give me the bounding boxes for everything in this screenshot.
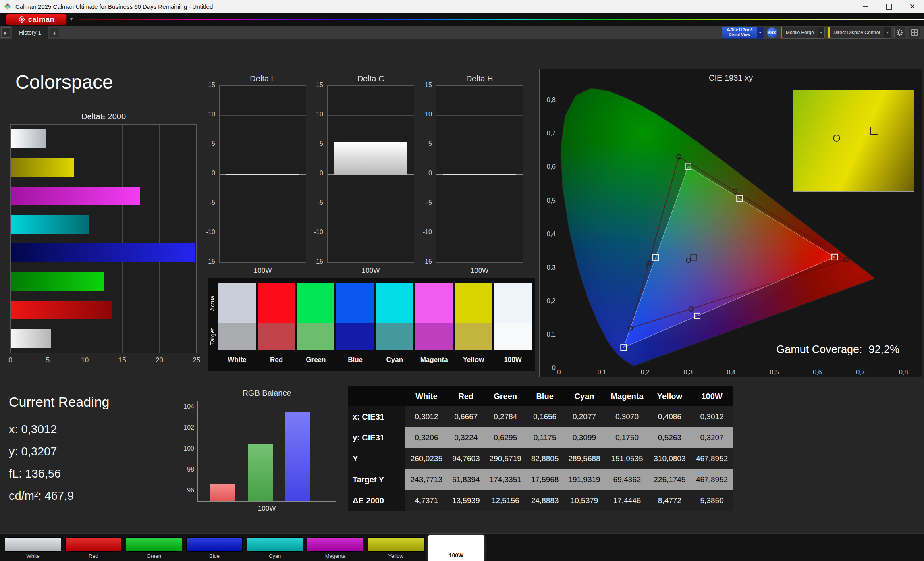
table-cell: 4,7371 (405, 490, 448, 511)
source-label: Mobile Forge (782, 30, 818, 35)
close-button[interactable]: × (901, 0, 924, 13)
pattern-button-green[interactable]: Green (126, 537, 182, 559)
axis-tick-label: 0,8 (547, 96, 556, 103)
rgb-balance-y-axis: 1041021009896 (171, 401, 194, 501)
delta-h-chart (436, 85, 523, 263)
deltae-bar-red (11, 301, 112, 319)
cie-zoom-inset (793, 90, 914, 192)
rgb-bar-red (210, 484, 235, 501)
axis-tick-label: -5 (307, 199, 323, 206)
logo-menu-caret-icon[interactable]: ▾ (70, 16, 73, 22)
deltae-bar-blue (11, 243, 195, 262)
triangle-right-icon: ▶ (4, 31, 7, 35)
gridline (328, 115, 414, 116)
table-cell: 13,5939 (448, 490, 484, 511)
table-cell: 0,3099 (563, 427, 606, 448)
actual-swatch-yellow (455, 283, 492, 323)
swatch-column-white: White (218, 283, 256, 364)
axis-tick-label: 0 (199, 170, 215, 177)
actual-row-label: Actual (209, 283, 218, 323)
minimize-button[interactable] (854, 0, 877, 13)
plus-icon: + (53, 29, 56, 36)
pattern-label: Yellow (368, 553, 424, 559)
axis-tick-label: 0,3 (547, 264, 556, 271)
settings-gear-button[interactable] (894, 27, 905, 38)
pattern-color-swatch (65, 537, 122, 552)
table-column-header-100w: 100W (691, 386, 733, 406)
tab-history-1[interactable]: History 1 (12, 26, 48, 39)
gridline (159, 125, 160, 353)
axis-tick-label: 5 (307, 140, 323, 148)
chevron-down-icon: ▼ (757, 27, 763, 38)
workspace-layout-button[interactable] (909, 27, 920, 38)
chevron-down-icon: ▼ (818, 27, 824, 38)
pattern-button-magenta[interactable]: Magenta (307, 537, 363, 559)
pattern-button-red[interactable]: Red (65, 537, 122, 559)
table-cell: 69,4362 (605, 469, 648, 490)
meter-name: X-Rite i1Pro 3 (722, 28, 757, 33)
axis-tick-label: -10 (307, 229, 323, 236)
pattern-button-cyan[interactable]: Cyan (247, 537, 303, 559)
axis-tick-label: 5 (416, 140, 432, 148)
inset-target-square-icon (870, 127, 878, 135)
table-cell: 0,3206 (405, 427, 448, 448)
inset-measured-circle-icon (833, 135, 840, 142)
axis-tick-label: 0 (416, 170, 432, 177)
gridline (328, 204, 414, 204)
actual-target-swatch-strip: Actual Target WhiteRedGreenBlueCyanMagen… (208, 278, 535, 371)
gamut-coverage-value: 92,2% (868, 343, 899, 355)
display-control-selector-button[interactable]: Direct Display Control ▼ (828, 27, 891, 39)
table-cell: 191,9319 (563, 469, 606, 490)
actual-swatch-white (218, 283, 256, 323)
table-cell: 0,3224 (448, 427, 484, 448)
pattern-color-swatch (126, 537, 182, 552)
gridline (220, 86, 306, 86)
delta-l-y-axis: 151050-5-10-15 (201, 85, 218, 263)
gridline (436, 145, 523, 145)
axis-tick-label: 0 (557, 369, 561, 376)
calman-logo-button[interactable]: calman (6, 14, 67, 25)
axis-tick-label: 10 (416, 111, 432, 118)
gridline (436, 262, 523, 263)
target-row-label: Target (209, 323, 218, 350)
pattern-button-100w[interactable]: 100W (428, 535, 484, 561)
swatch-column-cyan: Cyan (376, 283, 413, 364)
table-cell: 82,8805 (527, 448, 563, 469)
table-cell: 0,6667 (448, 406, 484, 427)
display-control-label: Direct Display Control (830, 30, 884, 35)
axis-tick-label: 0,2 (547, 297, 556, 304)
table-cell: 174,3351 (484, 469, 527, 490)
gamut-coverage-label: Gamut Coverage: (776, 343, 862, 355)
swatch-label: White (218, 356, 256, 364)
delta-h-y-axis: 151050-5-10-15 (418, 85, 434, 263)
grid-layout-icon (911, 29, 918, 36)
add-tab-button[interactable]: + (50, 28, 59, 37)
axis-tick-label: 15 (118, 356, 126, 364)
pattern-button-yellow[interactable]: Yellow (368, 537, 424, 559)
table-row-label: Y (348, 448, 405, 469)
pattern-button-blue[interactable]: Blue (186, 537, 243, 559)
gamut-coverage-readout: Gamut Coverage:92,2% (776, 343, 899, 356)
table-row: ΔE 20004,737113,593912,515624,888310,537… (348, 490, 733, 511)
table-cell: 0,3070 (605, 406, 648, 427)
table-cell: 0,5263 (649, 427, 691, 448)
logo-bar: calman ▾ (0, 13, 924, 26)
pattern-button-white[interactable]: White (5, 537, 61, 559)
gridline (198, 428, 336, 428)
rainbow-gradient-bar (77, 19, 924, 20)
meter-selector-button[interactable]: X-Rite i1Pro 3 Direct View ▼ (722, 27, 764, 39)
swatch-column-magenta: Magenta (415, 283, 453, 364)
source-selector-button[interactable]: Mobile Forge ▼ (781, 27, 825, 39)
axis-tick-label: 0,2 (641, 369, 650, 376)
rgb-balance-x-label: 100W (197, 505, 336, 513)
table-cell: 0,1656 (527, 406, 563, 427)
target-swatch-100w (494, 323, 532, 350)
maximize-button[interactable] (877, 0, 901, 13)
axis-tick-label: 0,5 (770, 369, 779, 376)
target-swatch-blue (336, 323, 374, 350)
axis-tick-label: 25 (193, 356, 201, 364)
tab-scroll-button[interactable]: ▶ (1, 27, 10, 38)
swatch-label: Cyan (376, 356, 413, 364)
calman-app-window: Calman 2025 Calman Ultimate for Business… (0, 0, 924, 561)
gridline (220, 262, 306, 263)
